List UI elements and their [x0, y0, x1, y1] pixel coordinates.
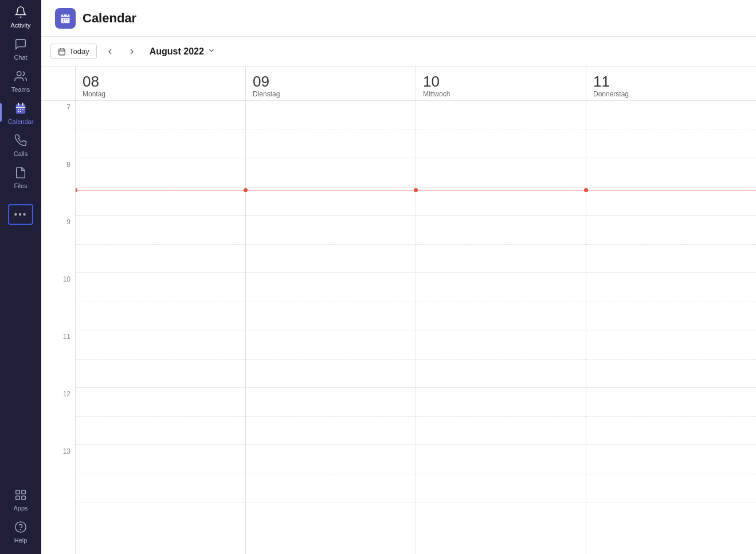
half-hour-line [416, 474, 586, 474]
half-hour-line [586, 359, 756, 360]
sidebar-more-button[interactable]: ••• [0, 195, 41, 232]
hour-cell[interactable] [246, 158, 416, 216]
sidebar-item-teams[interactable]: Teams [0, 64, 41, 96]
day-name-wed: Mittwoch [423, 90, 586, 98]
half-hour-line [416, 302, 586, 302]
sidebar-item-activity[interactable]: Activity [0, 0, 41, 32]
half-hour-line [416, 416, 586, 417]
hour-cell[interactable] [586, 445, 756, 502]
hour-cell[interactable] [586, 216, 756, 273]
sidebar-item-files[interactable]: Files [0, 161, 41, 193]
page-title: Calendar [83, 11, 136, 26]
hour-cell[interactable] [246, 101, 416, 158]
half-hour-line [76, 187, 245, 188]
month-label[interactable]: August 2022 [145, 44, 220, 59]
calendar-toolbar: Today August 2022 [41, 37, 756, 67]
half-hour-line [76, 359, 245, 360]
hour-cell[interactable] [586, 101, 756, 158]
hour-cell[interactable] [246, 445, 416, 502]
svg-rect-24 [59, 49, 65, 55]
sidebar-item-chat[interactable]: Chat [0, 32, 41, 64]
time-slot-11: 11 [41, 330, 75, 388]
time-slot-9: 9 [41, 216, 75, 273]
half-hour-line [246, 416, 416, 417]
day-name-mon: Montag [83, 90, 245, 98]
prev-button[interactable] [101, 43, 119, 60]
hour-cell[interactable] [76, 273, 245, 330]
calendar-small-icon [58, 48, 66, 56]
chat-icon [14, 38, 27, 52]
calls-icon [14, 134, 27, 149]
half-hour-line [586, 302, 756, 302]
hour-cell[interactable] [416, 388, 586, 445]
hour-cell[interactable] [246, 388, 416, 445]
sidebar-item-teams-label: Teams [11, 86, 30, 93]
hour-cell[interactable] [76, 445, 245, 502]
files-icon [14, 166, 27, 181]
hour-cell[interactable] [586, 158, 756, 216]
day-header-mon: 08 Montag [76, 67, 246, 100]
svg-rect-9 [20, 111, 21, 112]
svg-rect-21 [65, 18, 66, 19]
day-column-tue[interactable] [246, 101, 416, 554]
time-gutter-header [41, 67, 75, 101]
month-text: August 2022 [150, 46, 204, 57]
sidebar-item-help[interactable]: Help [0, 515, 41, 547]
hour-cell[interactable] [416, 273, 586, 330]
sidebar-item-help-label: Help [14, 537, 28, 544]
half-hour-line [76, 130, 245, 130]
sidebar-item-calendar[interactable]: Calendar [0, 96, 41, 128]
hour-cell[interactable] [416, 158, 586, 216]
hour-cell[interactable] [76, 101, 245, 158]
time-slot-8: 8 [41, 158, 75, 216]
hour-cell[interactable] [416, 445, 586, 502]
day-column-mon[interactable] [76, 101, 246, 554]
svg-rect-11 [22, 490, 25, 494]
svg-rect-23 [63, 21, 64, 22]
hour-cell[interactable] [76, 388, 245, 445]
calendar-icon [14, 102, 27, 116]
today-button[interactable]: Today [50, 44, 97, 59]
day-number-10: 10 [423, 74, 586, 89]
hour-cell[interactable] [586, 330, 756, 388]
sidebar-item-activity-label: Activity [11, 22, 31, 29]
next-button[interactable] [123, 43, 140, 60]
activity-icon [14, 6, 27, 20]
day-header-thu: 11 Donnerstag [586, 67, 756, 100]
half-hour-line [586, 416, 756, 417]
hour-cell[interactable] [76, 216, 245, 273]
day-number-11: 11 [593, 74, 756, 89]
day-number-08: 08 [83, 74, 245, 89]
teams-icon [14, 70, 27, 84]
svg-rect-13 [16, 496, 19, 500]
svg-point-14 [15, 522, 26, 532]
sidebar-item-calls[interactable]: Calls [0, 128, 41, 161]
day-header-wed: 10 Mittwoch [416, 67, 586, 100]
day-column-thu[interactable] [586, 101, 756, 554]
hour-cell[interactable] [416, 216, 586, 273]
half-hour-line [246, 244, 416, 245]
hour-cell[interactable] [586, 273, 756, 330]
day-column-wed[interactable] [416, 101, 586, 554]
day-number-09: 09 [253, 74, 416, 89]
time-slot-7: 7 [41, 101, 75, 158]
hour-cell[interactable] [246, 273, 416, 330]
hour-cell[interactable] [76, 330, 245, 388]
svg-rect-5 [18, 109, 19, 110]
hour-cell[interactable] [246, 216, 416, 273]
sidebar-item-apps[interactable]: Apps [0, 483, 41, 515]
today-label: Today [69, 47, 89, 56]
half-hour-line [416, 187, 586, 188]
hour-cell[interactable] [416, 330, 586, 388]
half-hour-line [246, 474, 416, 474]
half-hour-line [246, 359, 416, 360]
days-header: 08 Montag 09 Dienstag 10 Mittwoch 11 Don… [76, 67, 756, 101]
chevron-down-icon [207, 46, 216, 56]
days-body [76, 101, 756, 554]
hour-cell[interactable] [76, 158, 245, 216]
half-hour-line [246, 130, 416, 130]
more-icon: ••• [8, 204, 33, 225]
hour-cell[interactable] [246, 330, 416, 388]
hour-cell[interactable] [586, 388, 756, 445]
hour-cell[interactable] [416, 101, 586, 158]
